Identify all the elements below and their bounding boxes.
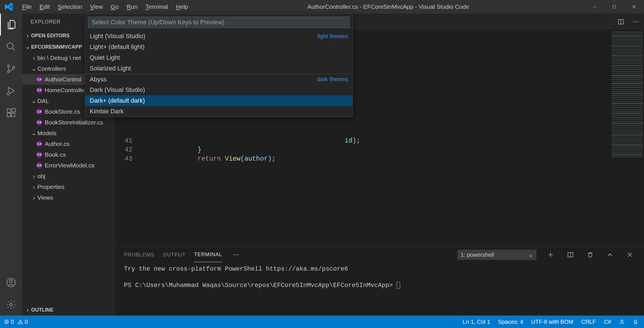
activity-search[interactable] xyxy=(0,36,22,58)
code-variable: author xyxy=(244,155,268,163)
panel: PROBLEMS OUTPUT TERMINAL 1: powershell ⌄… xyxy=(115,247,644,316)
maximize-panel-button[interactable] xyxy=(604,249,616,260)
vscode-logo-icon xyxy=(5,2,14,11)
menu-run[interactable]: Run xyxy=(123,1,142,12)
gear-icon xyxy=(6,299,16,310)
terminal-output[interactable]: Try the new cross-platform PowerShell ht… xyxy=(115,262,644,316)
svg-point-23 xyxy=(621,320,623,322)
chevron-down-icon: ⌄ xyxy=(24,44,31,50)
menu-file[interactable]: File xyxy=(18,1,36,12)
tree-label: Views xyxy=(37,194,53,201)
status-warnings[interactable]: 0 xyxy=(18,319,28,325)
menu-edit[interactable]: Edit xyxy=(36,1,54,12)
close-button[interactable] xyxy=(624,0,644,14)
status-feedback[interactable] xyxy=(619,319,625,325)
line-number: 42 xyxy=(115,145,132,154)
chevron-right-icon: › xyxy=(31,184,37,190)
terminal-line: Try the new cross-platform PowerShell ht… xyxy=(124,265,636,273)
status-indentation[interactable]: Spaces: 4 xyxy=(498,319,523,325)
tree-folder-properties[interactable]: ›Properties xyxy=(22,182,115,192)
activity-explorer[interactable] xyxy=(0,14,22,36)
menu-selection[interactable]: Selection xyxy=(54,1,86,12)
outline-header[interactable]: ›OUTLINE xyxy=(22,304,115,316)
minimap[interactable] xyxy=(610,30,644,247)
split-horizontal-icon xyxy=(617,18,624,25)
chevron-down-icon: ⌄ xyxy=(528,251,533,258)
status-errors[interactable]: 0 xyxy=(4,319,14,325)
theme-option-light-plus[interactable]: Light+ (default light) xyxy=(85,42,353,52)
error-count: 0 xyxy=(11,319,14,325)
tree-folder-obj[interactable]: ›obj xyxy=(22,171,115,182)
tree-file-bookstoreinit[interactable]: C#BookStoreInitializer.cs xyxy=(22,117,115,128)
svg-point-15 xyxy=(633,21,634,22)
panel-tab-output[interactable]: OUTPUT xyxy=(163,247,186,262)
activity-accounts[interactable] xyxy=(0,271,22,294)
theme-option-solarized-light[interactable]: Solarized Light xyxy=(85,63,353,74)
code-token: ); xyxy=(268,155,276,163)
theme-option-dark-vs[interactable]: Dark (Visual Studio) xyxy=(85,85,353,95)
more-actions-button[interactable] xyxy=(630,16,641,27)
tree-folder-views[interactable]: ›Views xyxy=(22,192,115,203)
status-eol[interactable]: CRLF xyxy=(581,319,596,325)
new-terminal-button[interactable] xyxy=(545,249,556,260)
theme-option-kimbie[interactable]: Kimbie Dark xyxy=(85,106,353,117)
status-cursor-position[interactable]: Ln 1, Col 1 xyxy=(463,319,490,325)
close-panel-button[interactable] xyxy=(624,249,636,260)
source-control-icon xyxy=(6,64,16,74)
theme-option-quiet-light[interactable]: Quiet Light xyxy=(85,52,353,63)
panel-tab-terminal[interactable]: TERMINAL xyxy=(194,247,222,262)
tree-label: AuthorControl xyxy=(45,76,81,83)
chevron-right-icon: › xyxy=(24,33,31,39)
status-language[interactable]: C# xyxy=(604,319,611,325)
code-token: } xyxy=(141,145,644,154)
tree-label: Models xyxy=(37,130,57,137)
error-icon xyxy=(4,319,9,324)
status-notifications[interactable] xyxy=(633,319,638,325)
code-token: id); xyxy=(345,137,360,144)
line-number: 41 xyxy=(115,136,132,145)
status-encoding[interactable]: UTF-8 with BOM xyxy=(531,319,573,325)
theme-picker-input[interactable]: Select Color Theme (Up/Down Keys to Prev… xyxy=(88,17,350,28)
tree-file-errorvm[interactable]: C#ErrorViewModel.cs xyxy=(22,160,115,171)
activity-debug[interactable] xyxy=(0,80,22,102)
warning-count: 0 xyxy=(25,319,28,325)
tree-file-author[interactable]: C#Author.cs xyxy=(22,139,115,149)
chevron-right-icon: › xyxy=(31,173,37,180)
maximize-button[interactable] xyxy=(604,0,624,14)
chevron-up-icon xyxy=(607,251,613,258)
menu-go[interactable]: Go xyxy=(107,1,123,12)
minimize-button[interactable] xyxy=(585,0,604,14)
activity-scm[interactable] xyxy=(0,58,22,80)
menu-terminal[interactable]: Terminal xyxy=(141,1,172,12)
open-editors-label: OPEN EDITORS xyxy=(31,33,70,39)
group-label-dark: dark themes xyxy=(317,76,348,83)
trash-icon xyxy=(587,251,594,258)
svg-point-17 xyxy=(637,21,638,22)
activity-extensions[interactable] xyxy=(0,102,22,124)
split-horizontal-icon xyxy=(567,251,574,258)
terminal-prompt: PS C:\Users\Muhammad Waqas\Source\repos\… xyxy=(124,282,397,289)
menu-view[interactable]: View xyxy=(86,1,107,12)
panel-more-button[interactable] xyxy=(231,249,242,260)
activity-settings[interactable] xyxy=(0,294,22,316)
activity-bar xyxy=(0,14,22,316)
kill-terminal-button[interactable] xyxy=(585,249,596,260)
split-editor-button[interactable] xyxy=(615,16,626,27)
panel-tab-problems[interactable]: PROBLEMS xyxy=(124,247,154,262)
search-icon xyxy=(6,42,16,52)
window-title: AuthorController.cs - EFCore5InMvcApp - … xyxy=(192,3,585,10)
account-icon xyxy=(6,277,16,288)
close-icon xyxy=(626,251,633,258)
files-icon xyxy=(7,20,17,30)
tree-folder-models[interactable]: ⌄Models xyxy=(22,128,115,139)
menu-help[interactable]: Help xyxy=(172,1,192,12)
split-terminal-button[interactable] xyxy=(565,249,576,260)
theme-option-light-vs[interactable]: Light (Visual Studio)light themes xyxy=(85,31,353,42)
theme-option-dark-plus[interactable]: Dark+ (default dark) xyxy=(85,95,353,106)
svg-point-16 xyxy=(635,21,636,22)
terminal-cursor xyxy=(397,282,400,289)
theme-option-abyss[interactable]: Abyssdark themes xyxy=(85,74,353,85)
tree-file-book[interactable]: C#Book.cs xyxy=(22,149,115,160)
plus-icon xyxy=(547,251,554,258)
terminal-selector[interactable]: 1: powershell ⌄ xyxy=(457,250,536,260)
